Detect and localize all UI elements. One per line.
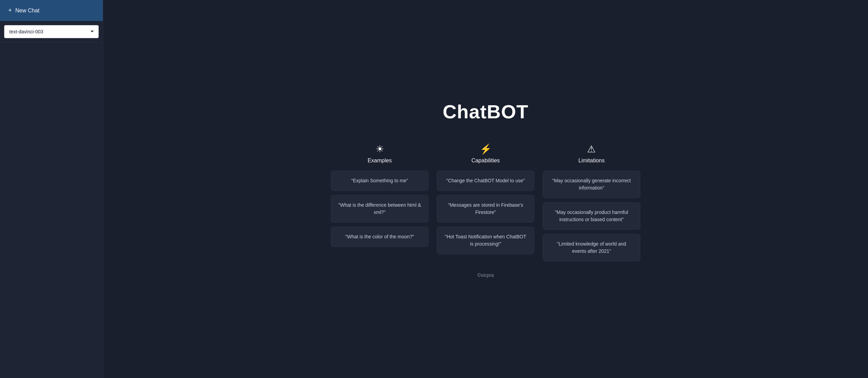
card-examples-1[interactable]: "What is the difference between html & x… — [331, 195, 428, 223]
card-limitations-1[interactable]: "May occasionally product harmful instru… — [543, 202, 640, 230]
limitations-icon: ⚠ — [587, 143, 596, 155]
app-title: ChatBOT — [443, 100, 529, 123]
column-title-limitations: Limitations — [578, 158, 605, 164]
examples-icon: ☀ — [376, 143, 384, 155]
main-content: ChatBOT ☀Examples"Explain Something to m… — [103, 0, 868, 378]
card-capabilities-2[interactable]: "Hot Toast Notification when ChatBOT is … — [437, 227, 534, 254]
card-examples-2[interactable]: "What is the color of the moon?" — [331, 227, 428, 247]
columns-grid: ☀Examples"Explain Something to me""What … — [331, 143, 640, 261]
column-header-limitations: ⚠Limitations — [578, 143, 605, 164]
column-header-examples: ☀Examples — [368, 143, 392, 164]
card-capabilities-1[interactable]: "Messages are stored in Firebase's Fires… — [437, 195, 534, 223]
column-title-capabilities: Capabilities — [471, 158, 500, 164]
column-examples: ☀Examples"Explain Something to me""What … — [331, 143, 428, 261]
sidebar: + New Chat text-davinci-003gpt-3.5-turbo… — [0, 0, 103, 378]
copyright: ©vicpra — [477, 272, 494, 278]
model-select[interactable]: text-davinci-003gpt-3.5-turbogpt-4 — [4, 25, 99, 38]
new-chat-button[interactable]: + New Chat — [0, 0, 103, 21]
card-limitations-0[interactable]: "May occasionally generate incorrect inf… — [543, 171, 640, 198]
plus-icon: + — [8, 7, 12, 14]
card-examples-0[interactable]: "Explain Something to me" — [331, 171, 428, 191]
column-limitations: ⚠Limitations"May occasionally generate i… — [543, 143, 640, 261]
capabilities-icon: ⚡ — [480, 143, 492, 155]
new-chat-label: New Chat — [15, 8, 40, 14]
column-capabilities: ⚡Capabilities"Change the ChatBOT Model t… — [437, 143, 534, 261]
card-capabilities-0[interactable]: "Change the ChatBOT Model to use" — [437, 171, 534, 191]
model-select-wrapper: text-davinci-003gpt-3.5-turbogpt-4 — [0, 21, 103, 43]
card-limitations-2[interactable]: "Limited knowledge of world and events a… — [543, 234, 640, 261]
column-header-capabilities: ⚡Capabilities — [471, 143, 500, 164]
column-title-examples: Examples — [368, 158, 392, 164]
